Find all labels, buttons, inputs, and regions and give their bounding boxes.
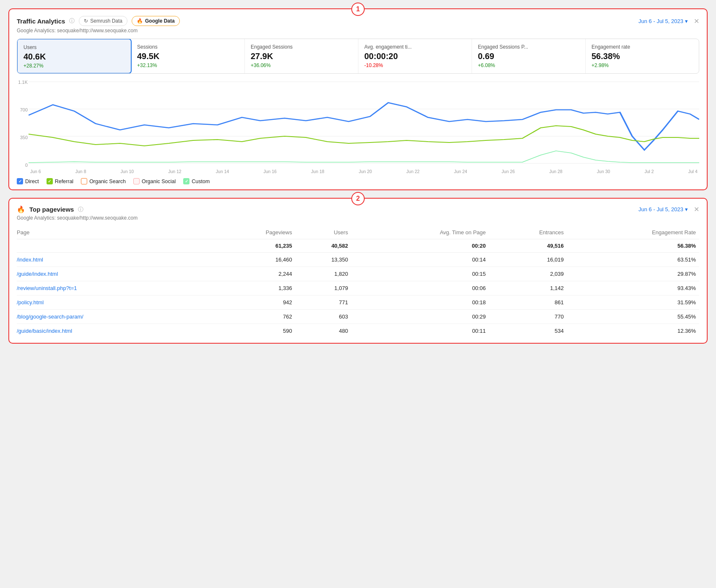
metric-avg-engagement-change: -10.28% (364, 62, 466, 68)
row3-avg-time: 00:18 (351, 295, 489, 310)
panel1-header-left: Traffic Analytics ⓘ ↻ Semrush Data 🔥 Goo… (17, 16, 180, 26)
panel1-header: Traffic Analytics ⓘ ↻ Semrush Data 🔥 Goo… (17, 16, 699, 26)
legend-organic-search[interactable]: Organic Search (81, 178, 126, 184)
organic-social-checkbox[interactable] (133, 178, 140, 184)
metric-users[interactable]: Users 40.6K +28.27% (17, 39, 132, 74)
google-data-tab[interactable]: 🔥 Google Data (132, 16, 180, 26)
metric-engagement-rate-label: Engagement rate (591, 44, 693, 50)
table-row: /blog/google-search-param/ 762 603 00:29… (17, 310, 699, 324)
row4-page[interactable]: /blog/google-search-param/ (17, 310, 213, 324)
x-label-jun18: Jun 18 (311, 169, 324, 174)
table-row: /guide/index.html 2,244 1,820 00:15 2,03… (17, 267, 699, 281)
row5-page[interactable]: /guide/basic/index.html (17, 324, 213, 338)
x-label-jul4: Jul 4 (688, 169, 698, 174)
col-pageviews: Pageviews (213, 226, 296, 239)
row4-users: 603 (296, 310, 351, 324)
y-label-11k: 1.1K (18, 80, 28, 85)
metric-engaged-sessions-p[interactable]: Engaged Sessions P... 0.69 +6.08% (472, 39, 586, 73)
row0-engagement: 63.51% (567, 253, 699, 267)
row4-pageviews: 762 (213, 310, 296, 324)
metric-engaged-sessions[interactable]: Engaged Sessions 27.9K +36.06% (245, 39, 358, 73)
row3-entrances: 861 (489, 295, 567, 310)
legend-custom-label: Custom (192, 179, 210, 184)
panel2-info-icon[interactable]: ⓘ (78, 206, 83, 213)
legend-custom[interactable]: ✓ Custom (183, 178, 210, 184)
row3-page[interactable]: /policy.html (17, 295, 213, 310)
total-page (17, 239, 213, 253)
x-axis: Jun 6 Jun 8 Jun 10 Jun 12 Jun 14 Jun 16 … (29, 169, 699, 174)
row1-avg-time: 00:15 (351, 267, 489, 281)
panel1-date-range[interactable]: Jun 6 - Jul 5, 2023 ▾ (638, 18, 688, 24)
row0-page[interactable]: /index.html (17, 253, 213, 267)
panel2-title: Top pageviews (29, 206, 74, 213)
col-users: Users (296, 226, 351, 239)
row2-avg-time: 00:06 (351, 281, 489, 295)
google-data-label: Google Data (145, 18, 175, 24)
referral-line (29, 126, 699, 146)
row3-engagement: 31.59% (567, 295, 699, 310)
x-label-jun20: Jun 20 (359, 169, 372, 174)
legend-organic-search-label: Organic Search (89, 179, 126, 184)
x-label-jun10: Jun 10 (121, 169, 134, 174)
metric-avg-engagement-label: Avg. engagement ti... (364, 44, 466, 50)
semrush-label: Semrush Data (90, 18, 122, 24)
row3-users: 771 (296, 295, 351, 310)
custom-checkbox[interactable]: ✓ (183, 178, 189, 184)
panel2-date-range[interactable]: Jun 6 - Jul 5, 2023 ▾ (638, 206, 688, 212)
y-label-0: 0 (25, 163, 28, 168)
x-label-jun26: Jun 26 (502, 169, 515, 174)
row2-page[interactable]: /review/uninstall.php?t=1 (17, 281, 213, 295)
referral-checkbox[interactable]: ✓ (47, 178, 53, 184)
row0-pageviews: 16,460 (213, 253, 296, 267)
metric-avg-engagement-value: 00:00:20 (364, 52, 466, 61)
panel1-date-text: Jun 6 - Jul 5, 2023 (638, 18, 683, 24)
x-label-jun28: Jun 28 (549, 169, 563, 174)
panel1-close-button[interactable]: ✕ (694, 17, 699, 25)
panel2-header-right: Jun 6 - Jul 5, 2023 ▾ ✕ (638, 205, 699, 213)
table-row: /policy.html 942 771 00:18 861 31.59% (17, 295, 699, 310)
panel1-header-right: Jun 6 - Jul 5, 2023 ▾ ✕ (638, 17, 699, 25)
row1-page[interactable]: /guide/index.html (17, 267, 213, 281)
total-avg-time: 00:20 (351, 239, 489, 253)
panel2-date-text: Jun 6 - Jul 5, 2023 (638, 206, 683, 212)
row4-avg-time: 00:29 (351, 310, 489, 324)
legend-direct[interactable]: ✓ Direct (17, 178, 39, 184)
organic-search-checkbox[interactable] (81, 178, 87, 184)
row1-pageviews: 2,244 (213, 267, 296, 281)
panel-number-1: 1 (351, 3, 365, 16)
panel2-header: 🔥 Top pageviews ⓘ Jun 6 - Jul 5, 2023 ▾ … (17, 205, 699, 213)
semrush-data-tab[interactable]: ↻ Semrush Data (79, 16, 127, 26)
legend-organic-social[interactable]: Organic Social (133, 178, 176, 184)
total-pageviews: 61,235 (213, 239, 296, 253)
metric-avg-engagement[interactable]: Avg. engagement ti... 00:00:20 -10.28% (358, 39, 472, 73)
chart-area: 1.1K 700 350 0 (29, 80, 699, 168)
metric-sessions[interactable]: Sessions 49.5K +32.13% (131, 39, 245, 73)
col-page: Page (17, 226, 213, 239)
metric-engagement-rate[interactable]: Engagement rate 56.38% +2.98% (586, 39, 699, 73)
row5-pageviews: 590 (213, 324, 296, 338)
metric-engagement-rate-value: 56.38% (591, 52, 693, 61)
metric-engaged-p-value: 0.69 (478, 52, 579, 61)
table-row: /guide/basic/index.html 590 480 00:11 53… (17, 324, 699, 338)
panel-number-2: 2 (351, 192, 365, 205)
row0-entrances: 16,019 (489, 253, 567, 267)
row5-users: 480 (296, 324, 351, 338)
legend-referral[interactable]: ✓ Referral (47, 178, 73, 184)
x-label-jun24: Jun 24 (454, 169, 467, 174)
panel2-header-left: 🔥 Top pageviews ⓘ (17, 205, 83, 213)
y-label-700: 700 (20, 107, 28, 112)
panel2-close-button[interactable]: ✕ (694, 205, 699, 213)
semrush-icon: ↻ (84, 18, 88, 24)
row4-engagement: 55.45% (567, 310, 699, 324)
chevron-down-icon-2: ▾ (685, 206, 688, 212)
custom-line (29, 151, 699, 163)
row5-entrances: 534 (489, 324, 567, 338)
x-label-jul2: Jul 2 (644, 169, 654, 174)
row2-engagement: 93.43% (567, 281, 699, 295)
direct-checkbox[interactable]: ✓ (17, 178, 23, 184)
panel1-subtitle: Google Analytics: seoquake/http://www.se… (17, 28, 699, 34)
traffic-analytics-panel: 1 Traffic Analytics ⓘ ↻ Semrush Data 🔥 G… (8, 8, 708, 190)
panel1-info-icon[interactable]: ⓘ (69, 17, 75, 25)
row4-entrances: 770 (489, 310, 567, 324)
chart-svg (29, 80, 699, 168)
